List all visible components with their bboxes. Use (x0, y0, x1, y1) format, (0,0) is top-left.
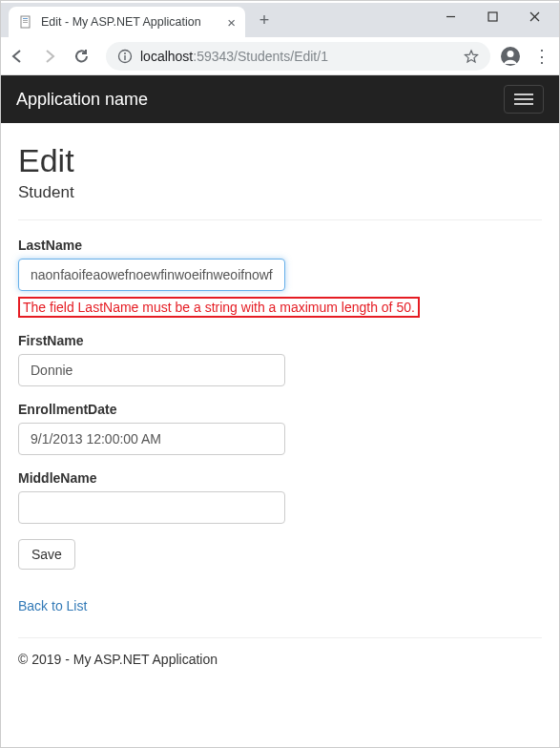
enrollmentdate-input[interactable] (18, 423, 285, 455)
page-subtitle: Student (18, 183, 542, 202)
url-path: /Students/Edit/1 (234, 49, 328, 64)
maximize-button[interactable] (471, 3, 513, 30)
footer-divider (18, 637, 542, 638)
back-to-list-link[interactable]: Back to List (18, 598, 87, 613)
close-window-button[interactable] (513, 3, 555, 30)
svg-point-9 (124, 52, 126, 54)
address-bar[interactable]: localhost:59343/Students/Edit/1 (106, 42, 490, 71)
form-group-lastname: LastName The field LastName must be a st… (18, 238, 542, 318)
divider (18, 219, 542, 220)
url-port: :59343 (193, 49, 234, 64)
reload-button[interactable] (73, 48, 96, 65)
back-button[interactable] (9, 48, 31, 65)
forward-button[interactable] (41, 48, 64, 65)
form-group-middlename: MiddleName (18, 470, 542, 524)
navbar-brand[interactable]: Application name (16, 90, 148, 110)
enrollmentdate-label: EnrollmentDate (18, 402, 542, 417)
form-group-submit: Save (18, 539, 542, 570)
navbar-toggle-button[interactable] (504, 85, 544, 114)
browser-tab[interactable]: Edit - My ASP.NET Application × (9, 7, 245, 37)
middlename-label: MiddleName (18, 470, 542, 486)
firstname-input[interactable] (18, 354, 285, 386)
page-content: Edit Student LastName The field LastName… (1, 123, 559, 686)
save-button[interactable]: Save (18, 539, 75, 570)
app-navbar: Application name (1, 75, 559, 123)
tab-title: Edit - My ASP.NET Application (41, 15, 201, 29)
minimize-button[interactable] (429, 3, 471, 30)
footer-text: © 2019 - My ASP.NET Application (18, 652, 542, 667)
lastname-label: LastName (18, 238, 542, 253)
lastname-input[interactable] (18, 259, 285, 291)
tab-close-icon[interactable]: × (227, 14, 236, 31)
profile-avatar-icon[interactable] (500, 46, 523, 67)
tab-favicon-icon (18, 14, 33, 30)
browser-menu-icon[interactable]: ⋮ (532, 46, 551, 67)
bookmark-star-icon[interactable] (464, 49, 479, 64)
browser-toolbar: localhost:59343/Students/Edit/1 ⋮ (1, 37, 559, 75)
svg-point-12 (508, 51, 514, 57)
lastname-validation-error: The field LastName must be a string with… (18, 297, 420, 318)
svg-rect-7 (23, 22, 28, 23)
form-group-firstname: FirstName (18, 333, 542, 386)
url-host: localhost (140, 49, 193, 64)
svg-rect-5 (23, 18, 28, 19)
new-tab-button[interactable]: + (251, 7, 278, 33)
svg-rect-10 (124, 55, 125, 60)
svg-rect-1 (488, 12, 497, 21)
page-title: Edit (18, 142, 542, 179)
form-group-enrollmentdate: EnrollmentDate (18, 402, 542, 455)
site-info-icon[interactable] (117, 49, 133, 64)
middlename-input[interactable] (18, 491, 285, 524)
svg-rect-6 (23, 20, 28, 21)
firstname-label: FirstName (18, 333, 542, 348)
